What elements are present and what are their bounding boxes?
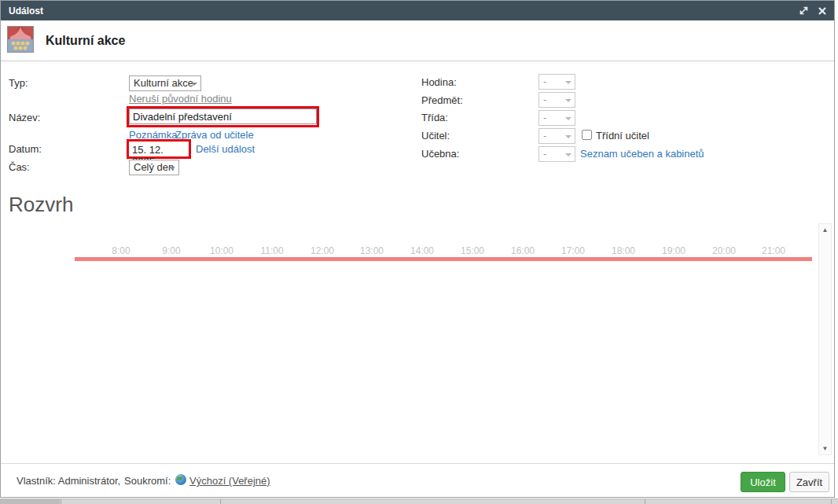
trida-select-value: - bbox=[543, 112, 546, 123]
ucebna-select[interactable]: - bbox=[538, 146, 575, 162]
footer-divider bbox=[1, 463, 834, 464]
nazev-label: Název: bbox=[9, 112, 40, 123]
chevron-down-icon bbox=[565, 153, 572, 156]
ucebna-label: Učebna: bbox=[421, 148, 459, 160]
scroll-up-icon[interactable]: ▲ bbox=[819, 226, 831, 234]
cas-select[interactable]: Celý den bbox=[129, 160, 179, 175]
ucebna-select-value: - bbox=[543, 148, 546, 160]
timeline-hour: 17:00 bbox=[549, 245, 597, 256]
chevron-down-icon bbox=[565, 135, 572, 138]
dialog-title: Událost bbox=[1, 6, 43, 17]
typ-label: Typ: bbox=[9, 77, 28, 89]
chevron-down-icon bbox=[565, 99, 572, 102]
ucitel-label: Učitel: bbox=[421, 130, 450, 142]
chevron-down-icon bbox=[565, 117, 572, 120]
privacy-label: Soukromí: bbox=[124, 475, 171, 487]
close-icon[interactable] bbox=[817, 6, 828, 17]
typ-select-value: Kulturní akce bbox=[134, 77, 193, 89]
timeline-hour: 19:00 bbox=[650, 245, 697, 256]
nerusi-puvodni-hodinu-link[interactable]: Neruší původní hodinu bbox=[129, 93, 232, 105]
timeline-hour: 15:00 bbox=[449, 245, 496, 256]
timeline-hour: 14:00 bbox=[399, 245, 446, 256]
event-dialog: Událost bbox=[0, 0, 835, 498]
hodina-label: Hodina: bbox=[421, 76, 457, 88]
cas-select-value: Celý den bbox=[134, 161, 174, 173]
timeline-hour: 8:00 bbox=[97, 245, 145, 256]
chevron-down-icon bbox=[565, 81, 572, 84]
delsi-udalost-link[interactable]: Delší událost bbox=[196, 143, 255, 155]
save-button[interactable]: Uložit bbox=[741, 472, 785, 492]
seznam-uceben-link[interactable]: Seznam učeben a kabinetů bbox=[580, 148, 704, 160]
privacy-link[interactable]: Výchozí (Veřejné) bbox=[189, 475, 270, 487]
chevron-down-icon bbox=[169, 167, 175, 170]
timeline-hour: 18:00 bbox=[600, 245, 647, 256]
predmet-label: Předmět: bbox=[421, 94, 463, 106]
trida-select[interactable]: - bbox=[538, 110, 575, 126]
owner-text: Vlastník: Administrátor, bbox=[17, 475, 120, 487]
tridni-ucitel-checkbox[interactable] bbox=[582, 130, 592, 140]
header-divider bbox=[1, 61, 834, 61]
vertical-scrollbar[interactable]: ▲ ▼ bbox=[818, 223, 832, 455]
timeline-current-bar bbox=[75, 257, 812, 261]
timeline-hour: 10:00 bbox=[198, 245, 245, 256]
timeline-hour: 13:00 bbox=[348, 245, 395, 256]
tridni-ucitel-label: Třídní učitel bbox=[596, 130, 649, 142]
timeline-hour: 21:00 bbox=[750, 245, 797, 256]
close-button[interactable]: Zavřít bbox=[789, 472, 829, 492]
datum-label: Datum: bbox=[9, 143, 42, 155]
ucitel-select-value: - bbox=[543, 130, 546, 142]
timeline-hour: 16:00 bbox=[499, 245, 546, 256]
timeline-hour: 12:00 bbox=[299, 245, 346, 256]
dialog-titlebar: Událost bbox=[1, 1, 834, 20]
timeline-hour: 20:00 bbox=[700, 245, 748, 256]
trida-label: Třída: bbox=[421, 112, 448, 123]
globe-icon bbox=[175, 474, 186, 485]
hodina-select-value: - bbox=[543, 75, 546, 87]
ucitel-select[interactable]: - bbox=[538, 128, 575, 144]
cas-label: Čas: bbox=[9, 161, 30, 173]
scroll-down-icon[interactable]: ▼ bbox=[819, 445, 831, 452]
datum-annotation-box: 15. 12. 2025 bbox=[127, 139, 191, 159]
nazev-input[interactable] bbox=[129, 109, 317, 124]
predmet-select[interactable]: - bbox=[538, 92, 575, 108]
hodina-select[interactable]: - bbox=[538, 74, 575, 90]
maximize-icon[interactable] bbox=[798, 6, 809, 17]
page-title: Kulturní akce bbox=[46, 34, 125, 48]
timeline-hour: 9:00 bbox=[148, 245, 195, 256]
typ-select[interactable]: Kulturní akce bbox=[129, 75, 201, 91]
nazev-annotation-box bbox=[127, 106, 319, 127]
chevron-down-icon bbox=[191, 83, 197, 86]
cultural-event-icon bbox=[7, 26, 34, 56]
screen: Událost bbox=[0, 0, 838, 504]
background-page-strip bbox=[0, 498, 838, 504]
rozvrh-title: Rozvrh bbox=[9, 193, 73, 217]
timeline-hour: 11:00 bbox=[248, 245, 296, 256]
predmet-select-value: - bbox=[543, 94, 546, 105]
